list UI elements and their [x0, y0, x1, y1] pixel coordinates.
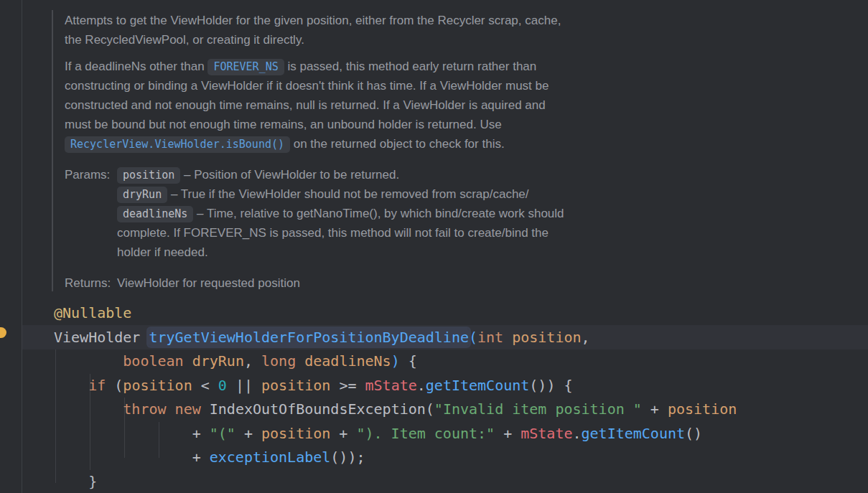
doc-paragraph: If a deadlineNs other than FOREVER_NS is… [65, 57, 625, 154]
doc-paragraphs: Attempts to get the ViewHolder for the g… [65, 11, 625, 154]
code-line[interactable]: + "(" + position + "). Item count:" + mS… [54, 422, 865, 446]
code-token[interactable]: + [192, 425, 210, 442]
inline-code-chip[interactable]: RecyclerView.ViewHolder.isBound() [65, 136, 290, 153]
code-token[interactable]: . [572, 425, 581, 442]
code-token[interactable] [167, 400, 175, 418]
code-token[interactable] [54, 449, 192, 466]
code-token[interactable]: , [244, 352, 261, 370]
code-token[interactable]: ( [426, 400, 434, 418]
code-token[interactable]: int [477, 329, 503, 346]
doc-text: ViewHolder for requested position [117, 276, 300, 290]
code-token[interactable]: mState [521, 425, 572, 442]
code-token[interactable] [54, 377, 88, 394]
inline-code-chip[interactable]: FOREVER_NS [207, 59, 284, 75]
code-token[interactable]: || [227, 377, 261, 394]
bookmark-marker-icon[interactable] [0, 327, 6, 338]
code-token[interactable] [54, 425, 192, 442]
doc-text: complete. If FOREVER_NS is passed, this … [117, 226, 549, 240]
code-token[interactable]: >= [330, 377, 365, 394]
doc-line: deadlineNs – Time, relative to getNanoTi… [117, 204, 625, 223]
code-token[interactable]: dryRun [192, 352, 244, 370]
code-token[interactable]: new [175, 400, 201, 418]
code-token[interactable]: getItemCount [426, 377, 530, 394]
code-token[interactable]: ) [391, 352, 400, 370]
doc-text: If a deadlineNs other than [65, 60, 207, 73]
code-editor[interactable]: Attempts to get the ViewHolder for the g… [0, 0, 868, 493]
code-token[interactable]: ViewHolder [54, 329, 149, 346]
doc-comment-bar [52, 10, 53, 291]
rendered-doc-comment: Attempts to get the ViewHolder for the g… [65, 11, 625, 293]
code-token[interactable]: + [330, 425, 356, 442]
inline-code-chip: deadlineNs [117, 206, 193, 222]
returns-content: ViewHolder for requested position [117, 273, 625, 293]
code-token[interactable]: ( [469, 329, 477, 346]
code-token[interactable]: @Nullable [54, 304, 131, 321]
code-token[interactable]: ( [106, 377, 123, 394]
code-token[interactable] [296, 352, 304, 370]
code-block[interactable]: @NullableViewHolder tryGetViewHolderForP… [54, 301, 865, 493]
code-token[interactable]: + [192, 449, 210, 466]
code-token[interactable] [184, 352, 192, 370]
code-token[interactable] [503, 329, 512, 346]
code-token[interactable]: getItemCount [582, 425, 686, 442]
method-name-highlighted[interactable]: tryGetViewHolderForPositionByDeadline [149, 329, 469, 346]
doc-text: – Position of ViewHolder to be returned. [180, 168, 399, 182]
code-token[interactable]: + [642, 400, 668, 418]
doc-text: – True if the ViewHolder should not be r… [167, 187, 528, 201]
code-token[interactable]: long [261, 352, 296, 370]
code-token[interactable]: + [495, 425, 521, 442]
doc-text: holder if needed. [117, 245, 208, 259]
code-token[interactable]: exceptionLabel [210, 449, 331, 466]
code-token[interactable] [54, 352, 123, 370]
doc-text: constructed and not enough time remains,… [65, 98, 546, 112]
code-line[interactable]: if (position < 0 || position >= mState.g… [54, 374, 865, 398]
code-line[interactable]: ViewHolder tryGetViewHolderForPositionBy… [54, 326, 865, 350]
code-token[interactable]: + [235, 425, 261, 442]
gutter-separator [22, 0, 22, 493]
doc-line: Attempts to get the ViewHolder for the g… [65, 11, 625, 30]
code-token[interactable]: if [88, 377, 106, 394]
code-token[interactable]: . [417, 377, 426, 394]
doc-line: ViewHolder for requested position [117, 273, 625, 293]
doc-text: – Time, relative to getNanoTime(), by wh… [193, 207, 564, 220]
code-token[interactable]: throw [123, 400, 166, 418]
code-token[interactable]: deadlineNs [304, 352, 391, 370]
code-token[interactable]: ()); [330, 449, 365, 466]
code-token[interactable] [54, 400, 123, 418]
code-token[interactable]: () [685, 425, 702, 442]
code-token[interactable]: } [54, 473, 97, 490]
code-token[interactable]: 0 [218, 377, 227, 394]
code-token[interactable]: boolean [123, 352, 183, 370]
code-line[interactable]: throw new IndexOutOfBoundsException("Inv… [54, 398, 865, 422]
code-token[interactable]: IndexOutOfBoundsException [210, 400, 426, 418]
code-line[interactable]: @Nullable [54, 301, 865, 326]
doc-line: complete. If FOREVER_NS is passed, this … [117, 223, 625, 243]
doc-line: constructed and not enough time remains,… [65, 95, 625, 115]
code-token[interactable]: "). Item count:" [356, 425, 495, 442]
inline-code-chip: dryRun [117, 187, 167, 203]
code-line[interactable]: } [54, 470, 865, 493]
code-token[interactable]: , [582, 329, 590, 346]
code-token[interactable]: < [192, 377, 218, 394]
code-token[interactable]: position [123, 377, 192, 394]
doc-text: must be bound but not enough time remain… [65, 118, 502, 131]
code-line[interactable]: + exceptionLabel()); [54, 446, 865, 470]
doc-text: constructing or binding a ViewHolder if … [65, 79, 549, 93]
code-token[interactable]: mState [365, 377, 417, 394]
code-token[interactable]: "(" [210, 425, 235, 442]
code-token[interactable]: { [400, 352, 417, 370]
code-token[interactable]: position [512, 329, 581, 346]
params-content: position – Position of ViewHolder to be … [117, 165, 625, 262]
code-token[interactable]: ()) { [529, 377, 572, 394]
code-token[interactable]: position [261, 425, 330, 442]
code-token[interactable]: position [261, 377, 330, 394]
doc-line: must be bound but not enough time remain… [65, 115, 625, 134]
doc-paragraph: Attempts to get the ViewHolder for the g… [65, 11, 625, 50]
code-token[interactable]: position [668, 400, 737, 418]
doc-line: position – Position of ViewHolder to be … [117, 165, 625, 184]
code-token[interactable] [201, 400, 210, 418]
params-label: Params: [65, 165, 117, 262]
code-line[interactable]: boolean dryRun, long deadlineNs) { [54, 349, 865, 374]
inline-code-chip: position [117, 167, 180, 184]
code-token[interactable]: "Invalid item position " [434, 400, 642, 418]
